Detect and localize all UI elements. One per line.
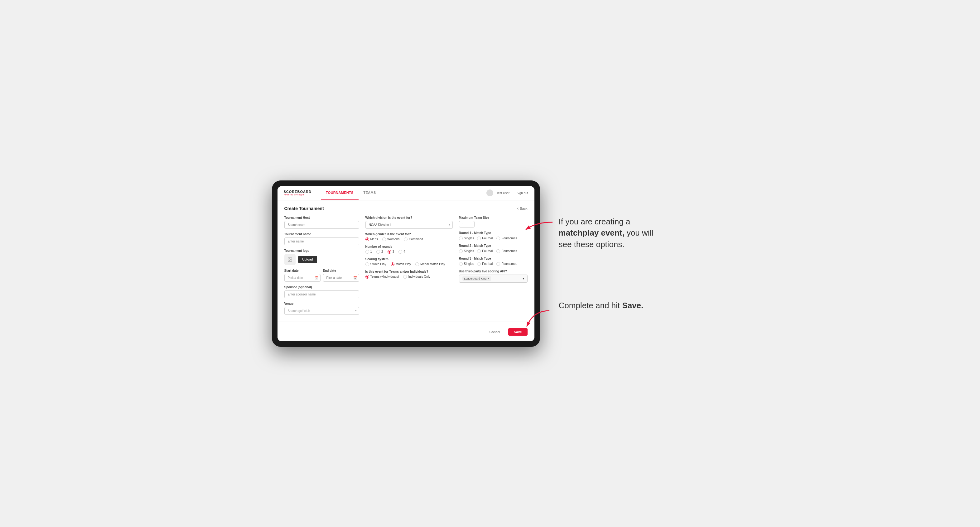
round-3-label: 3 [393,250,395,253]
tournament-logo-label: Tournament logo [284,249,359,252]
tournament-host-input[interactable] [284,221,359,229]
api-select[interactable]: Leaderboard King × ▾ [459,275,528,283]
page-title: Create Tournament [284,206,324,211]
venue-select[interactable]: Search golf club [284,307,359,315]
round2-foursomes-radio[interactable] [496,249,500,253]
teams-radio[interactable] [366,275,369,279]
max-team-size-label: Maximum Team Size [459,216,528,219]
round1-match-type: Round 1 - Match Type Singles Fourball [459,231,528,240]
round3-title: Round 3 - Match Type [459,257,528,260]
round-3[interactable]: 3 [388,250,395,254]
api-tag-close[interactable]: × [488,277,489,280]
round1-foursomes-label: Foursomes [501,237,517,240]
individuals-option[interactable]: Individuals Only [403,275,430,279]
round3-foursomes[interactable]: Foursomes [496,262,517,266]
tournament-host-label: Tournament Host [284,216,359,219]
scoring-match-radio[interactable] [391,262,395,266]
bottom-bar: Cancel Save [284,325,528,336]
round3-fourball-radio[interactable] [477,262,481,266]
round2-singles-radio[interactable] [459,249,463,253]
scoring-group: Scoring system Stroke Play Match Play [366,257,453,266]
round-1[interactable]: 1 [366,250,372,254]
round1-singles-label: Singles [464,237,474,240]
round2-match-type: Round 2 - Match Type Singles Fourball [459,244,528,253]
start-date-group: Start date 📅 [284,269,321,282]
end-date-label: End date [323,269,359,272]
round3-singles-radio[interactable] [459,262,463,266]
scoring-medal-radio[interactable] [415,262,419,266]
division-select[interactable]: NCAA Division I NCAA Division II NCAA Di… [366,221,453,229]
max-team-size-input[interactable] [459,221,474,227]
gender-womens-radio[interactable] [382,238,386,241]
venue-label: Venue [284,302,359,305]
round2-fourball-radio[interactable] [477,249,481,253]
division-select-wrap: NCAA Division I NCAA Division II NCAA Di… [366,221,453,229]
gender-combined-radio[interactable] [404,238,407,241]
teams-label: Teams (+Individuals) [371,275,399,278]
save-button[interactable]: Save [508,328,528,336]
scoring-radio-group: Stroke Play Match Play Medal Match Play [366,262,453,266]
left-column: Tournament Host Tournament name Tourname… [284,216,359,319]
end-date-group: End date 📅 [323,269,359,282]
api-group: Use third-party live scoring API? Leader… [459,270,528,283]
svg-point-1 [289,258,290,259]
scoring-stroke-radio[interactable] [366,262,369,266]
round3-foursomes-radio[interactable] [496,262,500,266]
sign-out-link[interactable]: Sign out [517,191,528,195]
round-3-radio[interactable] [388,250,391,254]
round-4-radio[interactable] [398,250,402,254]
nav-tabs: TOURNAMENTS TEAMS [321,186,381,200]
round3-fourball[interactable]: Fourball [477,262,493,266]
round2-singles[interactable]: Singles [459,249,474,253]
individuals-label: Individuals Only [408,275,430,278]
round2-foursomes[interactable]: Foursomes [496,249,517,253]
division-group: Which division is the event for? NCAA Di… [366,216,453,229]
rounds-group: Number of rounds 1 2 [366,245,453,254]
scoring-match[interactable]: Match Play [391,262,411,266]
annotation-top: If you are creating a matchplay event, y… [559,216,708,250]
tournament-name-input[interactable] [284,238,359,245]
venue-group: Venue Search golf club ▾ [284,302,359,315]
scoring-medal[interactable]: Medal Match Play [415,262,445,266]
round2-fourball[interactable]: Fourball [477,249,493,253]
gender-label: Which gender is the event for? [366,232,453,236]
round1-singles-radio[interactable] [459,237,463,240]
round3-options: Singles Fourball Foursomes [459,262,528,266]
scoring-stroke[interactable]: Stroke Play [366,262,386,266]
back-link[interactable]: < Back [517,206,528,210]
round-4[interactable]: 4 [398,250,405,254]
gender-womens[interactable]: Womens [382,238,399,241]
tab-teams[interactable]: TEAMS [359,186,381,200]
gender-mens[interactable]: Mens [366,238,378,241]
tournament-name-label: Tournament name [284,232,359,236]
api-dropdown-icon: ▾ [523,277,524,280]
round3-singles[interactable]: Singles [459,262,474,266]
round-2-label: 2 [381,250,383,253]
gender-mens-radio[interactable] [366,238,369,241]
gender-combined[interactable]: Combined [404,238,423,241]
round1-singles[interactable]: Singles [459,237,474,240]
round1-fourball[interactable]: Fourball [477,237,493,240]
round1-fourball-label: Fourball [482,237,493,240]
round1-foursomes[interactable]: Foursomes [496,237,517,240]
round1-fourball-radio[interactable] [477,237,481,240]
round-4-label: 4 [404,250,405,253]
teams-label: Is this event for Teams and/or Individua… [366,270,453,273]
gender-combined-label: Combined [409,238,423,241]
sponsor-input[interactable] [284,290,359,298]
round1-foursomes-radio[interactable] [496,237,500,240]
sponsor-group: Sponsor (optional) [284,286,359,298]
round-1-radio[interactable] [366,250,369,254]
teams-group: Is this event for Teams and/or Individua… [366,270,453,279]
logo-section: Upload [284,254,359,265]
upload-button[interactable]: Upload [298,256,317,263]
teams-option[interactable]: Teams (+Individuals) [366,275,399,279]
round-2[interactable]: 2 [376,250,383,254]
cancel-button[interactable]: Cancel [485,328,505,336]
individuals-radio[interactable] [403,275,407,279]
teams-radio-group: Teams (+Individuals) Individuals Only [366,275,453,279]
scoring-label: Scoring system [366,257,453,261]
annotation-arrow-top [525,219,556,235]
round-2-radio[interactable] [376,250,380,254]
tab-tournaments[interactable]: TOURNAMENTS [321,186,359,200]
